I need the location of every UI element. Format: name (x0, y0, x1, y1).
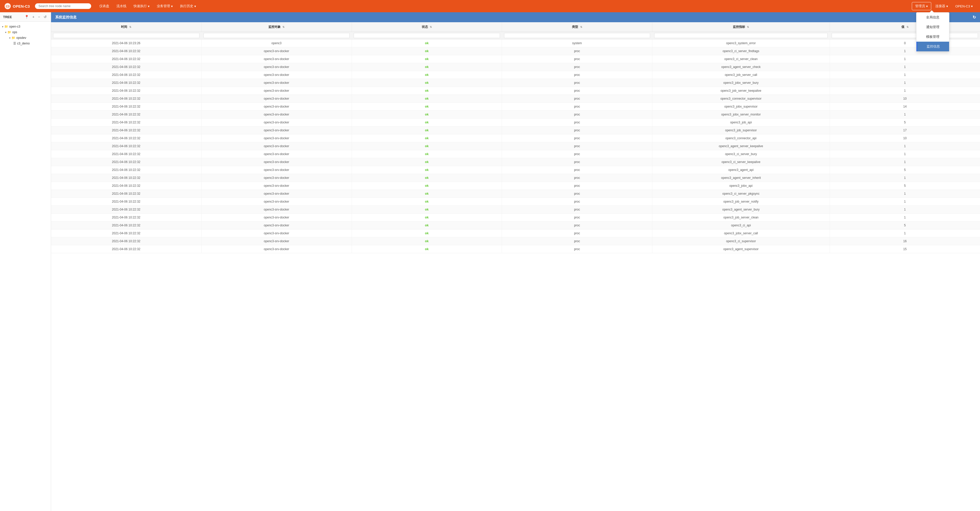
logo-icon: C3 (4, 3, 11, 10)
nav-connector[interactable]: 连接器 ▾ (932, 2, 951, 10)
cell-value: 5 (830, 182, 980, 190)
table-row: 2021-04-06 10:23:26openc3oksystemopenc3_… (51, 39, 980, 47)
cell-time: 2021-04-06 10:22:32 (51, 142, 202, 150)
search-box[interactable] (35, 3, 91, 9)
filter-cell-status[interactable] (352, 32, 502, 39)
content-refresh-button[interactable]: ↻ (973, 15, 976, 20)
table-row: 2021-04-06 10:22:32openc3-srv-dockerokpr… (51, 206, 980, 214)
sidebar: TREE 📍 + − ↺ ▾ 📁 open-c3 ▾ 📁 ops ▾ 📁 (0, 12, 51, 511)
dropdown-item-global[interactable]: 全局信息 (916, 13, 949, 22)
filter-input-target[interactable] (204, 33, 350, 38)
nav-biz-mgmt-label: 业务管理 (157, 4, 170, 8)
table-row: 2021-04-06 10:22:32openc3-srv-dockerokpr… (51, 95, 980, 103)
filter-cell-type[interactable] (502, 32, 652, 39)
cell-status: ok (352, 174, 502, 182)
dropdown-item-notify[interactable]: 通知管理 (916, 22, 949, 32)
cell-status: ok (352, 55, 502, 63)
dropdown-item-monitor[interactable]: 监控信息 (916, 42, 949, 51)
cell-value: 1 (830, 71, 980, 79)
content-area: 系统监控信息 ↻ 时间 ⇅ 监控对象 ⇅ (51, 12, 980, 511)
tree-node-open-c3[interactable]: ▾ 📁 open-c3 (0, 24, 51, 29)
sidebar-pin-icon[interactable]: 📍 (24, 14, 30, 19)
table-row: 2021-04-06 10:22:32openc3-srv-dockerokpr… (51, 118, 980, 126)
cell-value: 14 (830, 103, 980, 111)
table-row: 2021-04-06 10:22:32openc3-srv-dockerokpr… (51, 166, 980, 174)
cell-status: ok (352, 150, 502, 158)
cell-value: 1 (830, 214, 980, 222)
table-filter-row (51, 32, 980, 39)
col-header-status[interactable]: 状态 ⇅ (352, 22, 502, 32)
filter-cell-time[interactable] (51, 32, 202, 39)
nav-exec-history[interactable]: 执行历史 ▾ (177, 2, 199, 10)
folder-icon-opsdev: 📁 (11, 36, 15, 40)
cell-time: 2021-04-06 10:22:32 (51, 63, 202, 71)
nav-open-c3[interactable]: OPEN-C3 ▾ (952, 3, 976, 10)
cell-status: ok (352, 237, 502, 245)
nav-connector-arrow: ▾ (946, 4, 948, 8)
sidebar-icons: 📍 + − ↺ (24, 14, 48, 19)
cell-monitor: openc3_job_api (652, 118, 830, 126)
nav-pipeline[interactable]: 流水线 (113, 2, 129, 10)
cell-value: 1 (830, 198, 980, 206)
sidebar-minus-icon[interactable]: − (37, 14, 41, 19)
cell-target: openc3-srv-docker (202, 118, 352, 126)
sort-icon-value: ⇅ (907, 26, 908, 28)
cell-type: proc (502, 174, 652, 182)
col-header-target[interactable]: 监控对象 ⇅ (202, 22, 352, 32)
cell-value: 10 (830, 95, 980, 103)
nav-quick-exec[interactable]: 快速执行 ▾ (130, 2, 153, 10)
filter-input-type[interactable] (504, 33, 651, 38)
sidebar-refresh-icon[interactable]: ↺ (43, 14, 48, 19)
table-row: 2021-04-06 10:22:32openc3-srv-dockerokpr… (51, 245, 980, 253)
col-header-monitor[interactable]: 监控指标 ⇅ (652, 22, 830, 32)
tree-node-opsdev[interactable]: ▾ 📁 opsdev (0, 35, 51, 41)
cell-target: openc3-srv-docker (202, 47, 352, 55)
cell-value: 1 (830, 190, 980, 198)
cell-monitor: openc3_connector_api (652, 134, 830, 142)
nav-dashboard[interactable]: 仪表盘 (96, 2, 112, 10)
filter-cell-value[interactable] (830, 32, 980, 39)
cell-time: 2021-04-06 10:22:32 (51, 245, 202, 253)
filter-cell-monitor[interactable] (652, 32, 830, 39)
cell-time: 2021-04-06 10:22:32 (51, 222, 202, 230)
cell-type: proc (502, 150, 652, 158)
cell-type: proc (502, 206, 652, 214)
cell-status: ok (352, 158, 502, 166)
cell-target: openc3-srv-docker (202, 198, 352, 206)
cell-monitor: openc3_job_server_keepalive (652, 87, 830, 95)
cell-value: 17 (830, 126, 980, 134)
cell-target: openc3-srv-docker (202, 142, 352, 150)
cell-status: ok (352, 206, 502, 214)
col-header-value[interactable]: 值 ⇅ (830, 22, 980, 32)
tree-toggle-opsdev: ▾ (9, 37, 11, 39)
sidebar-add-icon[interactable]: + (32, 14, 35, 19)
dropdown-item-template[interactable]: 模板管理 (916, 32, 949, 42)
table-row: 2021-04-06 10:22:32openc3-srv-dockerokpr… (51, 87, 980, 95)
tree-node-c3-demo[interactable]: ☰ c3_demo (0, 41, 51, 46)
filter-input-status[interactable] (354, 33, 500, 38)
search-input[interactable] (38, 4, 88, 8)
cell-time: 2021-04-06 10:22:32 (51, 71, 202, 79)
filter-input-time[interactable] (53, 33, 199, 38)
col-header-type[interactable]: 类型 ⇅ (502, 22, 652, 32)
nav-open-c3-arrow: ▾ (971, 4, 973, 8)
tree-label-open-c3: open-c3 (9, 25, 20, 28)
cell-type: proc (502, 230, 652, 237)
cell-status: ok (352, 198, 502, 206)
cell-status: ok (352, 166, 502, 174)
filter-cell-target[interactable] (202, 32, 352, 39)
col-header-time[interactable]: 时间 ⇅ (51, 22, 202, 32)
tree-node-ops[interactable]: ▾ 📁 ops (0, 29, 51, 35)
tree-toggle-open-c3: ▾ (2, 25, 3, 28)
cell-time: 2021-04-06 10:22:32 (51, 182, 202, 190)
filter-input-monitor[interactable] (654, 33, 827, 38)
nav-admin[interactable]: 管理员 ▾ (912, 2, 931, 10)
table-row: 2021-04-06 10:22:32openc3-srv-dockerokpr… (51, 134, 980, 142)
filter-input-value[interactable] (832, 33, 978, 38)
cell-monitor: openc3_agent_supervisor (652, 245, 830, 253)
nav-biz-mgmt[interactable]: 业务管理 ▾ (154, 2, 176, 10)
cell-type: proc (502, 87, 652, 95)
cell-status: ok (352, 118, 502, 126)
cell-time: 2021-04-06 10:22:32 (51, 111, 202, 118)
table-row: 2021-04-06 10:22:32openc3-srv-dockerokpr… (51, 71, 980, 79)
